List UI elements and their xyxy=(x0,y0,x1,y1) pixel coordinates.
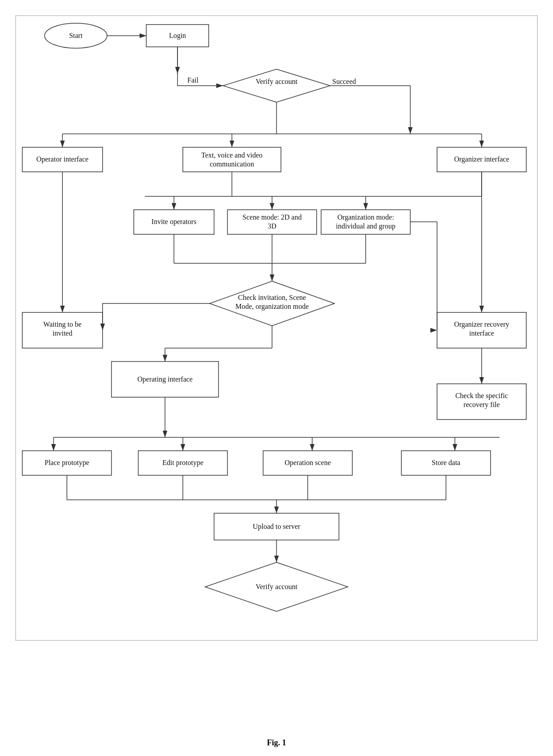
invite-operators-label: Invite operators xyxy=(152,218,197,226)
org-mode-label1: Organization mode: xyxy=(337,213,394,221)
arrow-login-verify-path xyxy=(177,47,223,86)
start-label: Start xyxy=(69,32,83,39)
check-invitation-label1: Check invitation, Scene xyxy=(238,294,306,301)
organizer-recovery-label1: Organizer recovery xyxy=(454,320,509,328)
arrow-diamond-waiting xyxy=(103,303,210,330)
waiting-invited-label2: invited xyxy=(53,329,72,337)
organizer-interface-label: Organizer interface xyxy=(454,155,509,163)
verify-account-bottom-label: Verify account xyxy=(256,583,297,591)
diagram-container: text { font-family: 'Times New Roman', T… xyxy=(9,9,544,748)
login-label: Login xyxy=(169,32,186,40)
edit-prototype-label: Edit prototype xyxy=(162,459,203,467)
flowchart-svg: text { font-family: 'Times New Roman', T… xyxy=(9,9,544,732)
operating-interface-label: Operating interface xyxy=(137,375,193,383)
succeed-label: Succeed xyxy=(332,78,356,85)
waiting-invited-label1: Waiting to be xyxy=(43,320,82,328)
place-prototype-label: Place prototype xyxy=(45,459,89,467)
verify-account-top-label: Verify account xyxy=(256,78,297,86)
fail-label: Fail xyxy=(187,76,198,84)
operator-interface-label: Operator interface xyxy=(37,155,89,163)
arrow-verify-succeed xyxy=(330,86,410,134)
upload-server-label: Upload to server xyxy=(253,523,301,531)
scene-mode-label1: Scene mode: 2D and xyxy=(243,213,302,221)
check-recovery-label1: Check the specific xyxy=(455,392,508,400)
scene-mode-label2: 3D xyxy=(268,222,276,230)
text-voice-video-label2: communication xyxy=(210,160,254,168)
store-data-label: Store data xyxy=(432,459,460,466)
verify-account-top-node xyxy=(223,69,330,102)
text-voice-video-label1: Text, voice and video xyxy=(201,151,263,159)
org-mode-label2: individual and group xyxy=(336,222,395,230)
check-recovery-label2: recovery file xyxy=(463,401,499,409)
organizer-recovery-label2: interface xyxy=(469,329,494,337)
check-invitation-label2: Mode, organization mode xyxy=(235,303,309,311)
operation-scene-label: Operation scene xyxy=(285,459,331,467)
figure-caption: Fig. 1 xyxy=(9,738,544,748)
